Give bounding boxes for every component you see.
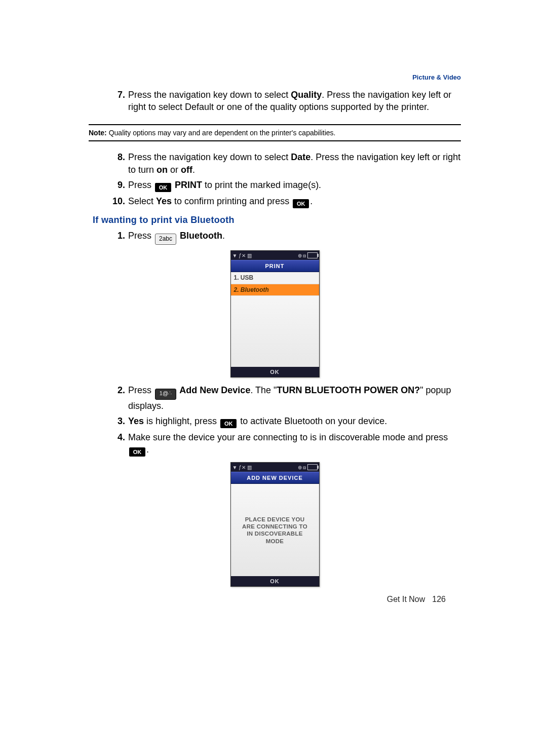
note: Note: Quality options may vary and are d…: [89, 124, 461, 142]
ok-icon: OK: [220, 419, 237, 428]
text-frag: Press the navigation key down to select: [128, 152, 291, 162]
text-frag: .: [222, 231, 225, 241]
body-content: 7. Press the navigation key down to sele…: [89, 87, 461, 587]
bold-off: off: [181, 165, 192, 175]
step-text: Make sure the device your are connecting…: [128, 431, 461, 457]
step-text: Select Yes to confirm printing and press…: [128, 195, 461, 208]
text-frag: .: [310, 196, 312, 206]
section-category: Picture & Video: [89, 73, 461, 81]
bold-print: PRINT: [172, 180, 202, 190]
step-text: Press the navigation key down to select …: [128, 151, 461, 176]
print-option-usb: 1. USB: [231, 272, 319, 284]
step-number: 1.: [89, 230, 128, 245]
bold-yes: Yes: [128, 416, 144, 426]
battery-icon: [307, 252, 318, 258]
bold-date: Date: [291, 152, 310, 162]
step-number: 9.: [89, 179, 128, 192]
step-7: 7. Press the navigation key down to sele…: [89, 87, 461, 115]
bold-yes: Yes: [156, 196, 172, 206]
text-frag: .: [192, 165, 195, 175]
phone-screenshot-print: ▼ ƒ✕ ▥ ⊕ ⧈ PRINT 1. USB 2. Bluetooth OK: [230, 250, 320, 377]
page-number: 126: [432, 595, 446, 603]
step-text: Press 2abc Bluetooth.: [128, 230, 461, 245]
battery-icon: [307, 464, 318, 470]
key-1-icon: 1@∴: [155, 389, 176, 400]
step-number: 3.: [89, 415, 128, 428]
phone-softkey: OK: [231, 367, 319, 377]
chapter-name: Get It Now: [387, 595, 425, 603]
phone-content: 1. USB 2. Bluetooth: [231, 272, 319, 366]
text-frag: is highlight, press: [144, 416, 219, 426]
ok-icon: OK: [129, 447, 145, 457]
phone-title: ADD NEW DEVICE: [231, 472, 319, 484]
ok-icon: OK: [293, 199, 309, 208]
page-footer: Get It Now126: [387, 595, 446, 604]
bold-turn-bt-on: TURN BLUETOOTH POWER ON?: [277, 385, 420, 395]
status-icons: ⊕ ⧈: [298, 252, 306, 259]
step-8: 8. Press the navigation key down to sele…: [89, 149, 461, 177]
note-label: Note:: [89, 129, 107, 137]
phone-content: PLACE DEVICE YOU ARE CONNECTING TO IN DI…: [231, 484, 319, 576]
discoverable-message: PLACE DEVICE YOU ARE CONNECTING TO IN DI…: [242, 516, 307, 545]
bt-step-2: 2. Press 1@∴ Add New Device. The "TURN B…: [89, 383, 461, 413]
phone-softkey: OK: [231, 576, 319, 586]
text-frag: Press: [128, 385, 154, 395]
note-text: Quality options may vary and are depende…: [107, 129, 336, 137]
step-10: 10. Select Yes to confirm printing and p…: [89, 194, 461, 210]
text-frag: Select: [128, 196, 156, 206]
msg-line: MODE: [266, 538, 284, 544]
phone-status-bar: ▼ ƒ✕ ▥ ⊕ ⧈: [231, 463, 319, 472]
bluetooth-heading: If wanting to print via Bluetooth: [89, 214, 461, 226]
text-frag: Make sure the device your are connecting…: [128, 432, 448, 442]
text-frag: Press: [128, 231, 154, 241]
status-icons-left: ▼ ƒ✕ ▥: [232, 252, 252, 259]
step-9: 9. Press OK PRINT to print the marked im…: [89, 177, 461, 194]
step-text: Press the navigation key down to select …: [128, 89, 461, 114]
text-frag: to activate Bluetooth on your device.: [238, 416, 387, 426]
bt-step-3: 3. Yes is highlight, press OK to activat…: [89, 413, 461, 430]
msg-line: ARE CONNECTING TO: [242, 523, 307, 530]
bold-on: on: [157, 165, 168, 175]
text-frag: or: [168, 165, 181, 175]
phone-title: PRINT: [231, 260, 319, 272]
step-number: 7.: [89, 89, 128, 114]
text-frag: .: [146, 444, 149, 455]
bt-step-4: 4. Make sure the device your are connect…: [89, 430, 461, 458]
msg-line: IN DISCOVERABLE: [247, 531, 303, 537]
status-icons-right: ⊕ ⧈: [298, 464, 318, 471]
step-text: Press 1@∴ Add New Device. The "TURN BLUE…: [128, 384, 461, 412]
status-icons-right: ⊕ ⧈: [298, 252, 318, 259]
manual-page: Picture & Video 7. Press the navigation …: [0, 0, 547, 756]
status-icons-left: ▼ ƒ✕ ▥: [232, 464, 252, 471]
step-number: 4.: [89, 431, 128, 457]
text-frag: . The ": [250, 385, 277, 395]
key-2abc-icon: 2abc: [155, 234, 176, 245]
status-icons: ⊕ ⧈: [298, 464, 306, 471]
step-text: Press OK PRINT to print the marked image…: [128, 179, 461, 192]
text-frag: Press: [128, 180, 154, 190]
bold-quality: Quality: [291, 90, 322, 100]
phone-status-bar: ▼ ƒ✕ ▥ ⊕ ⧈: [231, 251, 319, 260]
msg-line: PLACE DEVICE YOU: [245, 516, 305, 522]
bold-add-new-device: Add New Device: [177, 385, 250, 395]
empty-area: [231, 296, 319, 367]
text-frag: Press the navigation key down to select: [128, 90, 291, 100]
text-frag: to print the marked image(s).: [202, 180, 321, 190]
step-number: 8.: [89, 151, 128, 176]
bold-bluetooth: Bluetooth: [177, 231, 222, 241]
step-number: 2.: [89, 384, 128, 412]
step-number: 10.: [89, 195, 128, 208]
bt-step-1: 1. Press 2abc Bluetooth.: [89, 228, 461, 246]
print-option-bluetooth-selected: 2. Bluetooth: [231, 284, 319, 296]
phone-screenshot-add-device: ▼ ƒ✕ ▥ ⊕ ⧈ ADD NEW DEVICE PLACE DEVICE Y…: [230, 462, 320, 587]
ok-icon: OK: [155, 183, 171, 192]
step-text: Yes is highlight, press OK to activate B…: [128, 415, 461, 428]
text-frag: to confirm printing and press: [172, 196, 292, 206]
